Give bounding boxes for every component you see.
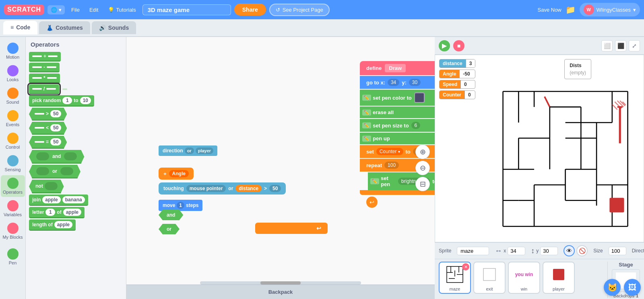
tab-costumes[interactable]: 👗 Costumes (39, 21, 90, 34)
block-row-or: or (29, 165, 123, 178)
add-sprite-button[interactable]: 🐱 (604, 279, 621, 296)
canvas-block-and[interactable]: and (159, 210, 183, 220)
set-pen-color-block[interactable]: ✏️ set pen color to (360, 90, 435, 106)
sidebar-item-motion[interactable]: Motion (1, 40, 25, 62)
add-buttons: 🐱 🖼 (604, 279, 641, 296)
greater-than-block[interactable]: > 50 (29, 108, 67, 121)
monitor-speed: Speed 0 (439, 80, 475, 89)
zoom-in-button[interactable]: ⊕ (415, 145, 430, 159)
username: WlingyClasses (597, 7, 631, 13)
letter-of-block[interactable]: letter 1 of apple (29, 207, 85, 218)
y-input[interactable] (540, 247, 558, 255)
sidebar-item-pen[interactable]: Pen (1, 246, 25, 268)
sidebar-item-sound[interactable]: Sound (1, 85, 25, 107)
sidebar-item-myblocks[interactable]: My Blocks (1, 220, 25, 242)
sidebar-item-variables[interactable]: Variables (1, 198, 25, 219)
pen-up-block[interactable]: ✏️ pen up (360, 133, 435, 144)
or-block[interactable]: or (29, 165, 80, 178)
show-hidden-button[interactable]: 🚫 (576, 245, 588, 256)
not-block[interactable]: not (29, 180, 64, 193)
sensing-dot (7, 155, 19, 166)
fullscreen-button[interactable]: ⤢ (629, 40, 640, 51)
y-label: y (536, 248, 539, 254)
stop-button[interactable]: ■ (453, 40, 464, 51)
see-project-button[interactable]: ↺ See Project Page (269, 4, 330, 16)
plus-right-slot (48, 55, 58, 57)
file-menu[interactable]: File (68, 5, 83, 14)
fit-screen-button[interactable]: ⊟ (415, 177, 430, 191)
sprite-thumb-win[interactable]: you win win (508, 262, 540, 294)
sprite-thumb-exit[interactable]: exit (473, 262, 506, 294)
canvas-block-sensing[interactable]: touching mouse pointer or distance > 50 (159, 182, 286, 195)
minus-block[interactable]: - (29, 63, 60, 72)
canvas-block-orange-long[interactable]: ↩ (255, 223, 328, 234)
pick-random-block[interactable]: pick random 1 to 10 (29, 95, 94, 106)
looks-dot (7, 65, 19, 76)
sprite-delete-maze[interactable]: ✕ (462, 263, 469, 270)
join-block[interactable]: join apple banana (29, 195, 88, 206)
nav-right: Save Now 📁 W WlingyClasses ▾ (538, 3, 640, 16)
tab-code[interactable]: ≡ Code (3, 21, 37, 35)
length-of-block[interactable]: length of apple (29, 219, 76, 231)
erase-all-block[interactable]: ✏️ erase all (360, 106, 435, 118)
pen-label: Pen (9, 260, 17, 265)
block-row-letter: letter 1 of apple (29, 207, 123, 218)
sprite-thumb-player[interactable]: player (543, 262, 575, 294)
color-swatch[interactable] (414, 92, 425, 103)
backpack-label: Backpack (268, 289, 293, 295)
goto-block[interactable]: go to x: 34 y: 30 (360, 76, 435, 89)
sidebar-item-looks[interactable]: Looks (1, 63, 25, 84)
tab-bar: ≡ Code 👗 Costumes 🔊 Sounds (0, 19, 644, 37)
sidebar-item-events[interactable]: Events (1, 108, 25, 129)
canvas-block-move[interactable]: move 1 steps (159, 200, 202, 211)
tab-sounds[interactable]: 🔊 Sounds (92, 21, 136, 34)
sprite-thumb-maze[interactable]: ✕ maze (439, 262, 471, 294)
block-row-mult: * (29, 74, 123, 83)
add-backdrop-button[interactable]: 🖼 (624, 279, 641, 296)
sprite-image-win: you win (509, 262, 539, 287)
and-block[interactable]: and (29, 150, 84, 164)
sidebar-item-control[interactable]: Control (1, 130, 25, 152)
canvas-block-direction[interactable]: direction or player (159, 145, 217, 156)
multiply-block[interactable]: * (29, 74, 60, 83)
x-input[interactable] (508, 247, 525, 255)
scratch-logo[interactable]: SCRATCH (4, 4, 44, 15)
y-arrows-icon: ↕ (531, 247, 535, 255)
project-name-input[interactable] (142, 4, 231, 15)
equal-block[interactable]: = 50 (29, 136, 67, 149)
large-stage-button[interactable]: ⬛ (615, 40, 626, 51)
events-label: Events (6, 122, 20, 127)
horizontal-scrollbar[interactable] (200, 281, 361, 285)
scripting-area[interactable]: direction or player + Angle touching mou… (126, 37, 435, 299)
zoom-out-button[interactable]: ⊖ (415, 161, 430, 175)
edit-menu[interactable]: Edit (86, 5, 101, 14)
small-stage-button[interactable]: ⬜ (601, 40, 613, 51)
divide-block[interactable]: / (29, 84, 59, 94)
show-visible-button[interactable]: 👁 (564, 245, 575, 256)
monitor-speed-value: 0 (460, 80, 470, 88)
folder-icon[interactable]: 📁 (566, 5, 576, 14)
scrollbar-thumb (260, 281, 301, 285)
sidebar-item-sensing[interactable]: Sensing (1, 153, 25, 174)
save-now-button[interactable]: Save Now (538, 7, 561, 13)
set-pen-size-block[interactable]: ✏️ set pen size to 6 (360, 119, 435, 132)
user-menu[interactable]: W WlingyClasses ▾ (580, 3, 640, 16)
canvas-block-or2[interactable]: or (159, 224, 180, 234)
myblocks-dot (7, 223, 19, 234)
plus-block[interactable]: + (29, 52, 61, 61)
sensing-label: Sensing (5, 167, 21, 172)
sound-dot (7, 88, 19, 99)
sprite-name-exit: exit (486, 287, 493, 291)
show-toggle: 👁 🚫 (564, 245, 588, 256)
green-flag-button[interactable]: ▶ (439, 40, 450, 51)
backpack-bar[interactable]: Backpack (126, 285, 435, 299)
define-block[interactable]: define Draw (360, 61, 435, 75)
sidebar-item-operators[interactable]: Operators (1, 175, 25, 197)
share-button[interactable]: Share (234, 4, 266, 16)
tutorials-button[interactable]: 💡 Tutorials (105, 5, 139, 14)
size-input[interactable] (609, 247, 626, 255)
language-selector[interactable]: 🌐 ▾ (47, 5, 65, 14)
less-than-block[interactable]: < 50 (29, 122, 67, 135)
sprite-name-input[interactable] (457, 247, 489, 255)
canvas-block-angle[interactable]: + Angle (159, 168, 194, 180)
